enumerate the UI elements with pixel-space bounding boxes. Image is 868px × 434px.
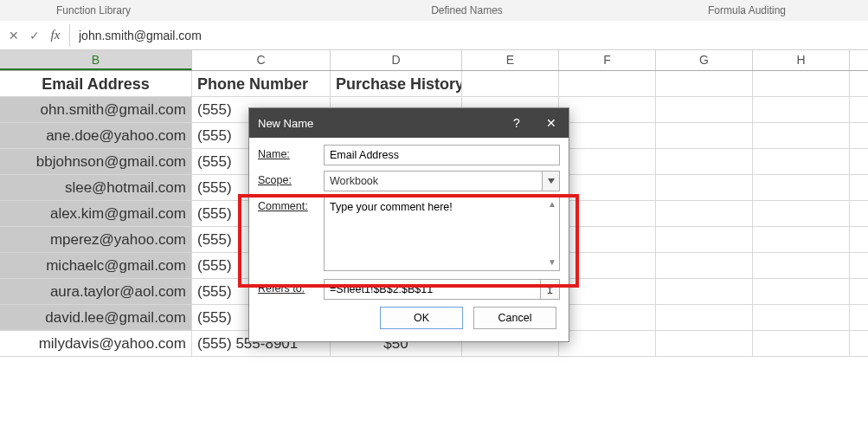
- cell-email[interactable]: david.lee@gmail.com: [0, 305, 192, 330]
- cell[interactable]: [559, 97, 656, 122]
- cell[interactable]: [753, 331, 850, 356]
- cell[interactable]: [656, 305, 753, 330]
- column-header-d[interactable]: D: [331, 50, 462, 70]
- name-label: Name:: [258, 145, 324, 160]
- cell-email[interactable]: michaelc@gmail.com: [0, 253, 192, 278]
- ribbon-group-defined-names: Defined Names: [187, 4, 626, 16]
- scroll-down-icon[interactable]: ▼: [546, 256, 558, 269]
- cell[interactable]: [559, 227, 656, 252]
- formula-accept-icon[interactable]: ✓: [24, 25, 45, 46]
- ribbon-group-labels: Function Library Defined Names Formula A…: [0, 0, 868, 21]
- refers-to-field[interactable]: [324, 279, 541, 300]
- cell[interactable]: [656, 71, 753, 96]
- refers-to-label: Refers to:: [258, 279, 324, 295]
- cell[interactable]: [753, 253, 850, 278]
- cancel-button[interactable]: Cancel: [473, 307, 556, 329]
- cell[interactable]: [753, 279, 850, 304]
- cell[interactable]: [656, 279, 753, 304]
- cell-email[interactable]: milydavis@yahoo.com: [0, 331, 192, 356]
- ribbon-group-function-library: Function Library: [0, 4, 187, 16]
- cell[interactable]: [753, 305, 850, 330]
- column-header-g[interactable]: G: [656, 50, 753, 70]
- cell[interactable]: [559, 123, 656, 148]
- cell-header-d[interactable]: Purchase History: [331, 71, 462, 96]
- dialog-body: Name: Scope: Workbook Comment: ▲ ▼ Refer…: [249, 138, 569, 341]
- cell[interactable]: [656, 201, 753, 226]
- cell[interactable]: [656, 97, 753, 122]
- cell[interactable]: [753, 97, 850, 122]
- ok-button[interactable]: OK: [380, 307, 463, 329]
- cell[interactable]: [559, 331, 656, 356]
- new-name-dialog: New Name ? ✕ Name: Scope: Workbook Comme…: [248, 107, 569, 342]
- collapse-dialog-icon[interactable]: ↥: [541, 279, 560, 300]
- cell-header-b[interactable]: Email Address: [0, 71, 192, 96]
- comment-textarea[interactable]: [324, 197, 560, 271]
- scope-label: Scope:: [258, 171, 324, 186]
- cell[interactable]: [753, 149, 850, 174]
- cell-email[interactable]: ane.doe@yahoo.com: [0, 123, 192, 148]
- cell-email[interactable]: slee@hotmail.com: [0, 175, 192, 200]
- chevron-down-icon[interactable]: [543, 171, 560, 191]
- dialog-title-text: New Name: [258, 117, 313, 130]
- cell[interactable]: [559, 71, 656, 96]
- svg-marker-0: [548, 178, 555, 184]
- scope-select[interactable]: Workbook: [324, 171, 543, 191]
- close-icon[interactable]: ✕: [534, 108, 569, 138]
- cell-email[interactable]: mperez@yahoo.com: [0, 227, 192, 252]
- name-field[interactable]: [324, 145, 560, 165]
- cell[interactable]: [559, 279, 656, 304]
- ribbon-group-formula-auditing: Formula Auditing: [626, 4, 868, 16]
- cell-header-c[interactable]: Phone Number: [192, 71, 331, 96]
- cell[interactable]: [753, 71, 850, 96]
- column-header-e[interactable]: E: [462, 50, 559, 70]
- column-header-b[interactable]: B: [0, 50, 192, 70]
- cell[interactable]: [656, 123, 753, 148]
- cell[interactable]: [462, 71, 559, 96]
- formula-cancel-icon[interactable]: ✕: [3, 25, 24, 46]
- cell[interactable]: [559, 175, 656, 200]
- cell-email[interactable]: bbjohnson@gmail.com: [0, 149, 192, 174]
- divider: [69, 24, 70, 47]
- header-row: Email Address Phone Number Purchase Hist…: [0, 71, 868, 97]
- comment-label: Comment:: [258, 197, 324, 212]
- column-header-h[interactable]: H: [753, 50, 850, 70]
- cell-email[interactable]: ohn.smith@gmail.com: [0, 97, 192, 122]
- cell[interactable]: [753, 227, 850, 252]
- cell[interactable]: [656, 253, 753, 278]
- cell[interactable]: [559, 305, 656, 330]
- column-headers: B C D E F G H: [0, 50, 868, 71]
- column-header-c[interactable]: C: [192, 50, 331, 70]
- column-header-f[interactable]: F: [559, 50, 656, 70]
- cell[interactable]: [559, 201, 656, 226]
- formula-input[interactable]: [74, 24, 868, 47]
- formula-bar: ✕ ✓ fx: [0, 21, 868, 50]
- cell[interactable]: [753, 123, 850, 148]
- cell[interactable]: [753, 201, 850, 226]
- help-icon[interactable]: ?: [499, 108, 534, 138]
- cell[interactable]: [656, 149, 753, 174]
- cell[interactable]: [753, 175, 850, 200]
- cell[interactable]: [559, 149, 656, 174]
- fx-icon[interactable]: fx: [45, 25, 66, 46]
- cell[interactable]: [559, 253, 656, 278]
- cell[interactable]: [656, 227, 753, 252]
- cell-email[interactable]: alex.kim@gmail.com: [0, 201, 192, 226]
- dialog-titlebar[interactable]: New Name ? ✕: [249, 108, 569, 138]
- cell[interactable]: [656, 175, 753, 200]
- scroll-up-icon[interactable]: ▲: [546, 198, 558, 211]
- cell-email[interactable]: aura.taylor@aol.com: [0, 279, 192, 304]
- cell[interactable]: [656, 331, 753, 356]
